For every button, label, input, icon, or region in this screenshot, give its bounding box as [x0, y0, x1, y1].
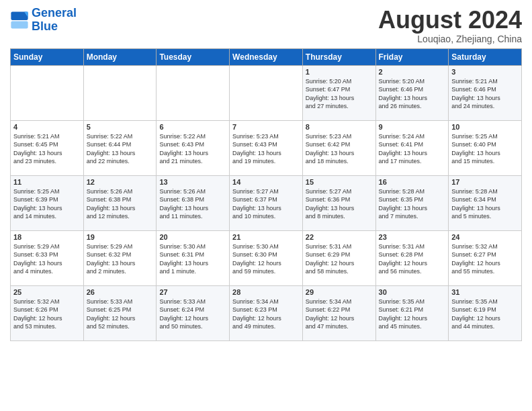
day-info: Sunrise: 5:20 AM Sunset: 6:46 PM Dayligh…: [379, 77, 446, 111]
day-number: 29: [306, 288, 373, 296]
logo: General Blue: [10, 7, 77, 34]
day-info: Sunrise: 5:32 AM Sunset: 6:26 PM Dayligh…: [13, 298, 81, 331]
header-thursday: Thursday: [302, 48, 375, 65]
location-subtitle: Louqiao, Zhejiang, China: [378, 34, 522, 44]
day-info: Sunrise: 5:34 AM Sunset: 6:23 PM Dayligh…: [232, 298, 300, 331]
day-number: 22: [306, 233, 373, 241]
day-cell: 8Sunrise: 5:23 AM Sunset: 6:42 PM Daylig…: [302, 120, 375, 175]
header-tuesday: Tuesday: [157, 48, 230, 65]
day-cell: 9Sunrise: 5:24 AM Sunset: 6:41 PM Daylig…: [375, 120, 449, 175]
day-info: Sunrise: 5:24 AM Sunset: 6:41 PM Dayligh…: [379, 132, 446, 166]
day-cell: 3Sunrise: 5:21 AM Sunset: 6:46 PM Daylig…: [449, 65, 522, 120]
title-block: August 2024 Louqiao, Zhejiang, China: [378, 7, 522, 44]
day-number: 10: [451, 123, 519, 131]
day-cell: 21Sunrise: 5:30 AM Sunset: 6:30 PM Dayli…: [230, 230, 303, 285]
day-info: Sunrise: 5:33 AM Sunset: 6:25 PM Dayligh…: [87, 298, 154, 331]
day-info: Sunrise: 5:26 AM Sunset: 6:38 PM Dayligh…: [87, 187, 154, 221]
day-number: 7: [232, 123, 300, 131]
day-number: 12: [87, 178, 154, 186]
day-cell: 1Sunrise: 5:20 AM Sunset: 6:47 PM Daylig…: [302, 65, 375, 120]
day-cell: [230, 65, 303, 120]
day-number: 26: [87, 288, 154, 296]
day-cell: 6Sunrise: 5:22 AM Sunset: 6:43 PM Daylig…: [157, 120, 230, 175]
month-title: August 2024: [378, 7, 522, 34]
day-cell: 14Sunrise: 5:27 AM Sunset: 6:37 PM Dayli…: [230, 175, 303, 230]
day-number: 6: [159, 123, 226, 131]
day-number: 31: [451, 288, 519, 296]
day-number: 13: [159, 178, 226, 186]
day-info: Sunrise: 5:21 AM Sunset: 6:45 PM Dayligh…: [13, 132, 81, 166]
header-wednesday: Wednesday: [230, 48, 303, 65]
day-number: 18: [13, 233, 81, 241]
day-info: Sunrise: 5:23 AM Sunset: 6:42 PM Dayligh…: [306, 132, 373, 166]
day-info: Sunrise: 5:28 AM Sunset: 6:35 PM Dayligh…: [379, 187, 446, 221]
day-info: Sunrise: 5:25 AM Sunset: 6:40 PM Dayligh…: [451, 132, 519, 166]
header-friday: Friday: [375, 48, 449, 65]
day-cell: [83, 65, 157, 120]
day-cell: 29Sunrise: 5:34 AM Sunset: 6:22 PM Dayli…: [302, 285, 375, 340]
day-number: 8: [306, 123, 373, 131]
day-info: Sunrise: 5:33 AM Sunset: 6:24 PM Dayligh…: [159, 298, 226, 331]
day-cell: 23Sunrise: 5:31 AM Sunset: 6:28 PM Dayli…: [375, 230, 449, 285]
header: General Blue August 2024 Louqiao, Zhejia…: [10, 7, 522, 44]
day-cell: [11, 65, 84, 120]
day-info: Sunrise: 5:29 AM Sunset: 6:33 PM Dayligh…: [13, 242, 81, 276]
day-info: Sunrise: 5:20 AM Sunset: 6:47 PM Dayligh…: [306, 77, 373, 111]
day-cell: 25Sunrise: 5:32 AM Sunset: 6:26 PM Dayli…: [11, 285, 84, 340]
header-monday: Monday: [83, 48, 157, 65]
day-info: Sunrise: 5:22 AM Sunset: 6:44 PM Dayligh…: [87, 132, 154, 166]
week-row-2: 4Sunrise: 5:21 AM Sunset: 6:45 PM Daylig…: [11, 120, 522, 175]
day-number: 24: [451, 233, 519, 241]
day-cell: 27Sunrise: 5:33 AM Sunset: 6:24 PM Dayli…: [157, 285, 230, 340]
day-cell: 19Sunrise: 5:29 AM Sunset: 6:32 PM Dayli…: [83, 230, 157, 285]
day-number: 27: [159, 288, 226, 296]
day-number: 17: [451, 178, 519, 186]
day-number: 14: [232, 178, 300, 186]
day-cell: 7Sunrise: 5:23 AM Sunset: 6:43 PM Daylig…: [230, 120, 303, 175]
day-cell: 16Sunrise: 5:28 AM Sunset: 6:35 PM Dayli…: [375, 175, 449, 230]
day-info: Sunrise: 5:31 AM Sunset: 6:28 PM Dayligh…: [379, 242, 446, 276]
day-info: Sunrise: 5:30 AM Sunset: 6:30 PM Dayligh…: [232, 242, 300, 276]
day-info: Sunrise: 5:31 AM Sunset: 6:29 PM Dayligh…: [306, 242, 373, 276]
day-cell: 13Sunrise: 5:26 AM Sunset: 6:38 PM Dayli…: [157, 175, 230, 230]
calendar-table: SundayMondayTuesdayWednesdayThursdayFrid…: [10, 48, 522, 341]
logo-text: General Blue: [32, 7, 77, 34]
day-cell: 4Sunrise: 5:21 AM Sunset: 6:45 PM Daylig…: [11, 120, 84, 175]
day-number: 1: [306, 68, 373, 76]
day-info: Sunrise: 5:21 AM Sunset: 6:46 PM Dayligh…: [451, 77, 519, 111]
day-info: Sunrise: 5:26 AM Sunset: 6:38 PM Dayligh…: [159, 187, 226, 221]
day-number: 20: [159, 233, 226, 241]
day-cell: 10Sunrise: 5:25 AM Sunset: 6:40 PM Dayli…: [449, 120, 522, 175]
header-sunday: Sunday: [11, 48, 84, 65]
day-info: Sunrise: 5:30 AM Sunset: 6:31 PM Dayligh…: [159, 242, 226, 276]
day-cell: 28Sunrise: 5:34 AM Sunset: 6:23 PM Dayli…: [230, 285, 303, 340]
day-info: Sunrise: 5:27 AM Sunset: 6:37 PM Dayligh…: [232, 187, 300, 221]
day-number: 3: [451, 68, 519, 76]
day-cell: 22Sunrise: 5:31 AM Sunset: 6:29 PM Dayli…: [302, 230, 375, 285]
day-info: Sunrise: 5:28 AM Sunset: 6:34 PM Dayligh…: [451, 187, 519, 221]
day-cell: 15Sunrise: 5:27 AM Sunset: 6:36 PM Dayli…: [302, 175, 375, 230]
day-info: Sunrise: 5:23 AM Sunset: 6:43 PM Dayligh…: [232, 132, 300, 166]
svg-rect-1: [11, 21, 28, 28]
week-row-3: 11Sunrise: 5:25 AM Sunset: 6:39 PM Dayli…: [11, 175, 522, 230]
day-cell: 18Sunrise: 5:29 AM Sunset: 6:33 PM Dayli…: [11, 230, 84, 285]
week-row-5: 25Sunrise: 5:32 AM Sunset: 6:26 PM Dayli…: [11, 285, 522, 340]
day-cell: 26Sunrise: 5:33 AM Sunset: 6:25 PM Dayli…: [83, 285, 157, 340]
day-number: 2: [379, 68, 446, 76]
day-info: Sunrise: 5:34 AM Sunset: 6:22 PM Dayligh…: [306, 298, 373, 331]
week-row-4: 18Sunrise: 5:29 AM Sunset: 6:33 PM Dayli…: [11, 230, 522, 285]
day-info: Sunrise: 5:29 AM Sunset: 6:32 PM Dayligh…: [87, 242, 154, 276]
day-number: 16: [379, 178, 446, 186]
header-saturday: Saturday: [449, 48, 522, 65]
day-info: Sunrise: 5:35 AM Sunset: 6:19 PM Dayligh…: [451, 298, 519, 331]
day-number: 19: [87, 233, 154, 241]
day-number: 5: [87, 123, 154, 131]
day-cell: 11Sunrise: 5:25 AM Sunset: 6:39 PM Dayli…: [11, 175, 84, 230]
day-number: 11: [13, 178, 81, 186]
day-number: 4: [13, 123, 81, 131]
main-container: General Blue August 2024 Louqiao, Zhejia…: [0, 0, 532, 348]
logo-line1: General: [32, 6, 77, 19]
day-cell: 2Sunrise: 5:20 AM Sunset: 6:46 PM Daylig…: [375, 65, 449, 120]
day-cell: 17Sunrise: 5:28 AM Sunset: 6:34 PM Dayli…: [449, 175, 522, 230]
day-info: Sunrise: 5:22 AM Sunset: 6:43 PM Dayligh…: [159, 132, 226, 166]
